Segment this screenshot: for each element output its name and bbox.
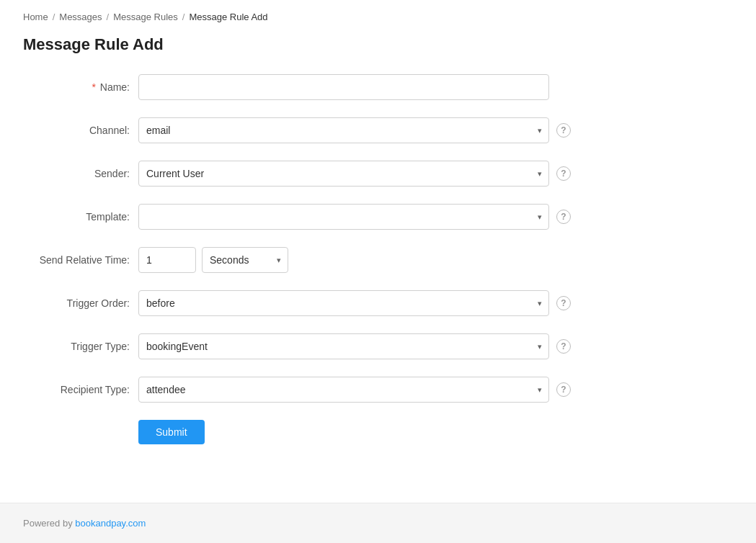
form-row-template: Template: ▾ ? — [23, 204, 614, 230]
sender-select-wrapper: Current User System ▾ — [138, 161, 549, 187]
relative-time-label: Send Relative Time: — [23, 254, 138, 266]
recipient-type-select[interactable]: attendee organizer — [138, 377, 549, 403]
trigger-type-label: Trigger Type: — [23, 341, 138, 352]
breadcrumb-messages[interactable]: Messages — [59, 12, 102, 22]
channel-help-icon[interactable]: ? — [556, 123, 571, 138]
form-row-relative-time: Send Relative Time: Seconds Minutes Hour… — [23, 247, 614, 273]
trigger-order-label: Trigger Order: — [23, 297, 138, 309]
trigger-order-select[interactable]: before after — [138, 290, 549, 316]
template-select-wrapper: ▾ — [138, 204, 549, 230]
sender-help-icon[interactable]: ? — [556, 166, 571, 181]
sender-label: Sender: — [23, 168, 138, 179]
channel-select-wrapper: email sms push ▾ — [138, 117, 549, 143]
form-row-trigger-type: Trigger Type: bookingEvent userEvent ▾ ? — [23, 333, 614, 359]
page-title: Message Rule Add — [23, 35, 733, 54]
template-label: Template: — [23, 211, 138, 223]
name-input[interactable] — [138, 74, 549, 100]
template-select[interactable] — [138, 204, 549, 230]
trigger-order-select-wrapper: before after ▾ — [138, 290, 549, 316]
breadcrumb-message-rules[interactable]: Message Rules — [113, 12, 178, 22]
main-content: Home / Messages / Message Rules / Messag… — [0, 0, 756, 503]
trigger-order-help-icon[interactable]: ? — [556, 296, 571, 310]
submit-button[interactable]: Submit — [138, 420, 205, 444]
recipient-type-label: Recipient Type: — [23, 384, 138, 395]
powered-by-text: Powered by — [23, 518, 75, 529]
form-row-sender: Sender: Current User System ▾ ? — [23, 161, 614, 187]
footer-link[interactable]: bookandpay.com — [75, 518, 146, 529]
form-row-recipient-type: Recipient Type: attendee organizer ▾ ? — [23, 377, 614, 403]
form-row-name: * Name: — [23, 74, 614, 100]
breadcrumb-current: Message Rule Add — [189, 12, 267, 22]
relative-time-group: Seconds Minutes Hours Days ▾ — [138, 247, 288, 273]
form-row-submit: Submit — [23, 420, 614, 444]
form-row-channel: Channel: email sms push ▾ ? — [23, 117, 614, 143]
breadcrumb: Home / Messages / Message Rules / Messag… — [23, 12, 733, 22]
name-label: * Name: — [23, 81, 138, 93]
sender-select[interactable]: Current User System — [138, 161, 549, 187]
channel-label: Channel: — [23, 125, 138, 136]
breadcrumb-home[interactable]: Home — [23, 12, 48, 22]
breadcrumb-sep-2: / — [107, 12, 110, 22]
breadcrumb-sep-3: / — [182, 12, 185, 22]
channel-select[interactable]: email sms push — [138, 117, 549, 143]
footer: Powered by bookandpay.com — [0, 503, 756, 543]
required-star: * — [92, 81, 95, 93]
form-row-trigger-order: Trigger Order: before after ▾ ? — [23, 290, 614, 316]
trigger-type-select[interactable]: bookingEvent userEvent — [138, 333, 549, 359]
trigger-type-help-icon[interactable]: ? — [556, 339, 571, 354]
form-container: * Name: Channel: email sms push ▾ ? Send… — [23, 74, 614, 444]
recipient-type-help-icon[interactable]: ? — [556, 382, 571, 397]
recipient-type-select-wrapper: attendee organizer ▾ — [138, 377, 549, 403]
relative-time-unit-select[interactable]: Seconds Minutes Hours Days — [202, 247, 288, 273]
relative-time-unit-wrapper: Seconds Minutes Hours Days ▾ — [202, 247, 288, 273]
breadcrumb-sep-1: / — [53, 12, 55, 22]
relative-time-number-input[interactable] — [138, 247, 196, 273]
trigger-type-select-wrapper: bookingEvent userEvent ▾ — [138, 333, 549, 359]
template-help-icon[interactable]: ? — [556, 210, 571, 224]
